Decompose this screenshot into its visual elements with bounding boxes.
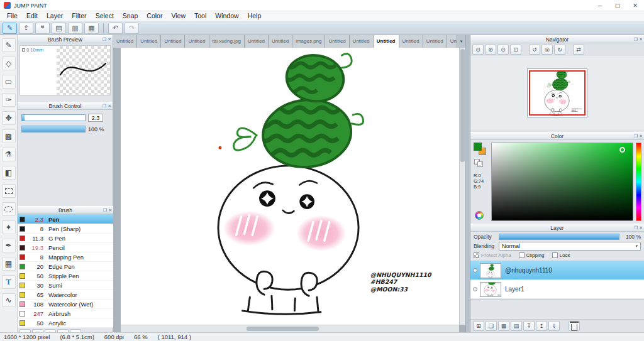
- undo-button[interactable]: ↶: [108, 23, 123, 34]
- color-picker-indicator[interactable]: [619, 147, 625, 153]
- tab[interactable]: Untitled: [137, 35, 161, 48]
- menu-edit[interactable]: Edit: [22, 11, 42, 21]
- rotate-left-button[interactable]: ↺: [529, 45, 540, 55]
- brush-item[interactable]: 50 Acrylic: [18, 318, 113, 328]
- transparent-swatch-alt[interactable]: [477, 161, 483, 167]
- horizontal-scrollbar[interactable]: [121, 325, 459, 332]
- navigator-thumbnail[interactable]: [527, 68, 587, 117]
- layer-row[interactable]: Layer1: [470, 280, 644, 299]
- brush-opacity-slider[interactable]: [21, 126, 86, 133]
- tab[interactable]: Untitled: [350, 35, 374, 48]
- protect-alpha-checkbox[interactable]: [474, 252, 479, 258]
- menu-file[interactable]: File: [3, 11, 22, 21]
- add-layer-button[interactable]: ⊞: [473, 321, 484, 331]
- menu-help[interactable]: Help: [243, 11, 266, 21]
- brush-item[interactable]: 11.3 G Pen: [18, 234, 113, 243]
- minimize-button[interactable]: ─: [591, 0, 609, 11]
- palette-icon[interactable]: [475, 211, 484, 220]
- panel-layout-alt-button[interactable]: ▥: [68, 23, 82, 34]
- tab[interactable]: Untitled: [447, 35, 457, 48]
- menu-filter[interactable]: Filter: [67, 11, 91, 21]
- protect-alpha-option[interactable]: Protect Alpha: [474, 252, 511, 258]
- brush-item[interactable]: 108 Watercolor (Wet): [18, 300, 113, 309]
- popout-icon[interactable]: ❐: [103, 104, 106, 108]
- clipping-option[interactable]: Clipping: [519, 252, 545, 258]
- delete-layer-button[interactable]: [569, 321, 580, 331]
- export-button[interactable]: ⇪: [19, 23, 33, 34]
- text-tool-icon[interactable]: T: [2, 275, 16, 289]
- brush-item[interactable]: 19.3 Pencil: [18, 243, 113, 252]
- tab[interactable]: Untitled: [185, 35, 209, 48]
- tab[interactable]: Untitled: [161, 35, 185, 48]
- layer-folder-button[interactable]: ▤: [511, 321, 522, 331]
- fill-rect-tool-icon[interactable]: ▩: [2, 129, 16, 143]
- panel-layout-button[interactable]: ▤: [52, 23, 66, 34]
- flip-horizontal-button[interactable]: ⇄: [573, 45, 584, 55]
- curve-tool-icon[interactable]: ∿: [2, 293, 16, 307]
- move-layer-up-button[interactable]: ↥: [536, 321, 547, 331]
- brush-item[interactable]: 20 Edge Pen: [18, 262, 113, 271]
- tab[interactable]: tải xuống.jpg: [209, 35, 245, 48]
- move-layer-down-button[interactable]: ↧: [523, 321, 535, 331]
- tab[interactable]: Untitled: [113, 35, 137, 48]
- move-tool-icon[interactable]: ✥: [2, 111, 16, 125]
- zoom-fit-button[interactable]: ⊡: [510, 45, 521, 55]
- lasso-tool-icon[interactable]: [2, 202, 16, 216]
- close-icon[interactable]: ✕: [108, 208, 112, 212]
- lock-checkbox[interactable]: [552, 252, 558, 258]
- magic-wand-tool-icon[interactable]: ✦: [2, 220, 16, 234]
- menu-tool[interactable]: Tool: [190, 11, 211, 21]
- menu-snap[interactable]: Snap: [118, 11, 143, 21]
- close-icon[interactable]: ✕: [108, 104, 111, 108]
- fine-pen-tool-icon[interactable]: ✑: [2, 93, 16, 107]
- tab[interactable]: Untitled: [399, 35, 423, 48]
- maximize-button[interactable]: ▢: [609, 0, 626, 11]
- layer-opacity-slider[interactable]: [499, 234, 619, 240]
- material-panel-button[interactable]: ▦: [84, 23, 99, 34]
- popout-icon[interactable]: ❐: [634, 134, 638, 138]
- clipping-checkbox[interactable]: [519, 252, 525, 258]
- layer-row[interactable]: @nhuquynh1110: [470, 261, 644, 280]
- pen-tool-icon[interactable]: ✎: [2, 38, 16, 52]
- reset-rotation-button[interactable]: ◎: [541, 45, 553, 55]
- popout-icon[interactable]: ❐: [634, 225, 638, 230]
- tab[interactable]: Untitled: [423, 35, 447, 48]
- brush-size-slider[interactable]: [21, 114, 86, 121]
- lock-option[interactable]: Lock: [552, 252, 570, 258]
- duplicate-layer-button[interactable]: ❏: [486, 321, 497, 331]
- comment-button[interactable]: ❝: [35, 23, 50, 34]
- tab[interactable]: Untitled: [269, 35, 292, 48]
- rotate-right-button[interactable]: ↻: [554, 45, 565, 55]
- gradient-tool-icon[interactable]: ◧: [2, 166, 16, 180]
- tab[interactable]: Untitled: [325, 35, 349, 48]
- layer-visibility-toggle[interactable]: [473, 268, 477, 273]
- vertical-scrollbar-thumb[interactable]: [460, 49, 465, 162]
- brush-item[interactable]: 247 Airbrush: [18, 309, 113, 318]
- brush-size-value[interactable]: 2.3: [88, 114, 103, 122]
- menu-window[interactable]: Window: [211, 11, 243, 21]
- tab[interactable]: images.png: [292, 35, 325, 48]
- layer-visibility-toggle[interactable]: [473, 287, 477, 291]
- popout-icon[interactable]: ❐: [103, 208, 107, 212]
- brush-item[interactable]: 65 Watercolor: [18, 290, 113, 300]
- bucket-tool-icon[interactable]: ⚗: [2, 148, 16, 161]
- menu-color[interactable]: Color: [142, 11, 167, 21]
- nib-tool-icon[interactable]: ✒: [2, 239, 16, 252]
- select-tool-icon[interactable]: [2, 184, 16, 198]
- merge-layer-button[interactable]: ⇓: [548, 321, 560, 331]
- figure-tool-icon[interactable]: ▭: [2, 75, 16, 89]
- close-button[interactable]: ✕: [626, 0, 644, 11]
- panel-divider[interactable]: [465, 35, 470, 332]
- redo-button[interactable]: ↷: [125, 23, 139, 34]
- layer-mask-button[interactable]: ▦: [498, 321, 509, 331]
- tab[interactable]: Untitled: [245, 35, 269, 48]
- close-icon[interactable]: ✕: [639, 134, 643, 138]
- paint-mode-button[interactable]: ✎: [3, 23, 17, 34]
- tab-active[interactable]: Untitled: [374, 35, 399, 48]
- zoom-in-button[interactable]: ⊕: [485, 45, 496, 55]
- saturation-value-picker[interactable]: [491, 143, 633, 221]
- menu-layer[interactable]: Layer: [42, 11, 67, 21]
- stamp-tool-icon[interactable]: ▦: [2, 257, 16, 271]
- close-icon[interactable]: ✕: [108, 37, 111, 41]
- close-icon[interactable]: ✕: [639, 225, 643, 230]
